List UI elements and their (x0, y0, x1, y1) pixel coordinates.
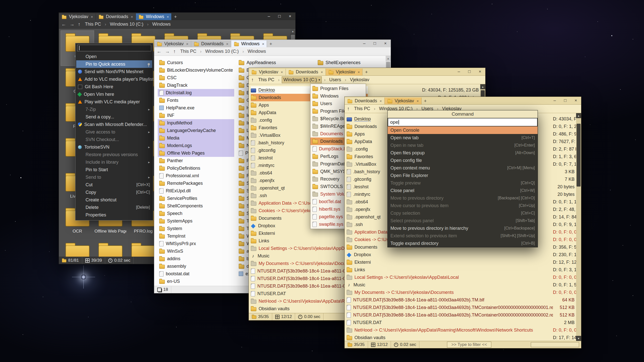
tab-windows[interactable]: Windows× (231, 40, 267, 47)
menu-item-delete[interactable]: Delete[Delete] (76, 204, 152, 211)
back-button[interactable]: ← (157, 49, 162, 54)
file-row-winsxs[interactable]: WinSxS (158, 247, 234, 255)
tab-close-icon[interactable]: × (358, 70, 360, 74)
menu-item-pin-to-quick-access[interactable]: Pin to Quick access (76, 60, 152, 68)
scroll-up-button[interactable]: ▲ (290, 29, 295, 34)
scrollbar-thumb[interactable] (577, 124, 581, 187)
file-row-professional-xml[interactable]: Professional.xml (158, 172, 234, 179)
file-row-serviceprofiles[interactable]: ServiceProfiles (158, 195, 234, 202)
breadcrumb-item-windows-10-c[interactable]: Windows 10 (C:) (204, 48, 240, 55)
file-row-wmsyspr9-prx[interactable]: WMSysPr9.prx (158, 240, 234, 247)
file-row-ntuser-dat-53b39e88-18c4-11ea-a811-000d3aa4692b-tmcontainer00000000000000000001-regtrans-ms[interactable]: NTUSER.DAT{53b39e88-18c4-11ea-a811-000d3… (345, 304, 581, 311)
file-row-dtcinstall-log[interactable]: DtcInstall.log (158, 89, 234, 97)
fwd-button[interactable]: → (165, 49, 170, 54)
file-row-system[interactable]: System (158, 225, 234, 232)
up-button[interactable]: ↑ (347, 106, 350, 112)
scrollbar-track[interactable] (576, 118, 581, 336)
menu-item-tortoisesvn[interactable]: TortoiseSVN▸ (76, 143, 152, 151)
tab-windows[interactable]: Windows× (136, 13, 172, 20)
fwd-button[interactable]: → (70, 22, 74, 27)
menu-item-copy[interactable]: Copy[Ctrl+C] (76, 189, 152, 196)
menu-item-add-to-vlc-media-player-s-playlist[interactable]: Add to VLC media player's Playlist (76, 75, 152, 83)
type-to-filter-hint[interactable]: >> Type to filter << (447, 342, 491, 348)
up-button[interactable]: ↑ (78, 22, 80, 27)
file-row-languageoverlaycache[interactable]: LanguageOverlayCache (158, 127, 234, 134)
menu-item-send-to[interactable]: Send to▸ (76, 173, 152, 181)
file-row-local[interactable]: Local Settings -> C:\Users\Vjekoslav\App… (345, 274, 581, 281)
tab-close-icon[interactable]: × (167, 15, 169, 19)
tab-downloads[interactable]: Downloads× (191, 40, 231, 47)
command-palette-input[interactable]: ope (388, 118, 537, 126)
menu-item-properties[interactable]: Properties (76, 211, 152, 219)
menu-item-restore-previous-versions[interactable]: Restore previous versions (76, 151, 152, 158)
maximize-button[interactable]: □ (274, 13, 285, 20)
file-row-obsidian[interactable]: Obsidian vaultsD: 17, F: 149, 38 MB (345, 334, 581, 341)
command-item-extend-selection-to-previous-item[interactable]: Extend selection to previous item[Shift+… (388, 232, 538, 240)
file-row-media[interactable]: Media (158, 134, 234, 142)
breadcrumb-item-windows-10-c[interactable]: Windows 10 (C:) (108, 21, 145, 27)
command-item-copy-selection[interactable]: Copy selection[Ctrl+C] (388, 209, 538, 217)
tab-downloads[interactable]: Downloads× (286, 69, 326, 75)
file-row-panther[interactable]: Panther (158, 157, 234, 164)
command-item-move-to-previous-directory[interactable]: Move to previous directory[Backspace] [C… (388, 194, 538, 202)
menu-item-7-zip[interactable]: 7-Zip▸ (76, 106, 152, 113)
menu-item-include-in-library[interactable]: Include in library▸ (76, 158, 152, 166)
folder-cell[interactable] (61, 240, 94, 257)
tab-close-icon[interactable]: × (321, 70, 323, 74)
menu-item-scan-with-microsoft-defender[interactable]: Scan with Microsoft Defender... (76, 121, 152, 128)
tab-vjekoslav[interactable]: Vjekoslav× (154, 40, 191, 47)
file-row-links[interactable]: LinksD: 0, F: 3, 1 KB (345, 266, 581, 274)
file-row-ntuser-dat[interactable]: NTUSER.DAT2 MB (345, 319, 581, 326)
file-row-rtlexupd-dll[interactable]: RtlExUpd.dll (158, 187, 234, 195)
menu-item-create-shortcut[interactable]: Create shortcut (76, 196, 152, 204)
close-button[interactable]: × (285, 13, 295, 20)
menu-item-give-access-to[interactable]: Give access to▸ (76, 128, 152, 136)
file-row-tempinst[interactable]: TempInst (158, 232, 234, 240)
breadcrumb-item-windows[interactable]: Windows (151, 21, 172, 27)
breadcrumb-item-users[interactable]: Users (328, 77, 343, 83)
breadcrumb-item-this-pc[interactable]: This PC (353, 106, 372, 112)
breadcrumb-item-windows[interactable]: Windows (246, 48, 267, 55)
file-row-inputmethod[interactable]: InputMethod (158, 119, 234, 127)
tab-close-icon[interactable]: × (226, 42, 228, 46)
file-row-bitlockerdiscoveryvolumecontents[interactable]: BitLockerDiscoveryVolumeContents (158, 66, 234, 74)
command-item-toggle-expand-directory[interactable]: Toggle expand directory[Ctrl+B] (388, 240, 538, 247)
file-row-diagtrack[interactable]: DiagTrack (158, 81, 234, 89)
menu-search-box[interactable] (77, 45, 151, 51)
tab-vjekoslav[interactable]: Vjekoslav× (385, 98, 422, 104)
file-row-inf[interactable]: INF (158, 112, 234, 119)
breadcrumb-item-this-pc[interactable]: This PC (179, 48, 198, 55)
file-row-dropbox[interactable]: DropboxD: 230, F: 1043, 46 GB (345, 251, 581, 258)
maximize-button[interactable]: □ (464, 68, 475, 75)
close-button[interactable]: × (380, 40, 391, 47)
file-row-desktop[interactable]: DesktopD: 43034, F: 125185, 23 GB (249, 86, 485, 94)
minimize-button[interactable]: – (359, 40, 370, 47)
file-row-fonts[interactable]: Fonts (158, 97, 234, 104)
breadcrumb-item-this-pc[interactable]: This PC (84, 21, 103, 27)
file-row-systemapps[interactable]: SystemApps (158, 217, 234, 225)
dropdown-item-program-files[interactable]: Program Files (310, 85, 366, 92)
file-row-eksterni[interactable]: EksterniD: 12, F: 127, 12 GB (345, 258, 581, 266)
file-row-cursors[interactable]: Cursors (158, 59, 234, 66)
maximize-button[interactable]: □ (370, 40, 380, 47)
close-button[interactable]: × (475, 68, 485, 75)
file-row-addins[interactable]: addins (158, 255, 234, 262)
menu-item-send-with-nordvpn-meshnet[interactable]: Send with NordVPN Meshnet (76, 68, 152, 75)
file-row-csc[interactable]: CSC (158, 74, 234, 81)
scroll-up-button[interactable]: ▲ (576, 113, 581, 118)
file-row-policydefinitions[interactable]: PolicyDefinitions (158, 164, 234, 172)
command-item-open-context-menu[interactable]: Open context menu[Ctrl+M] [Menu] (388, 164, 538, 172)
command-item-open-in-new-tab[interactable]: Open in new tab[Ctrl+Enter] (388, 142, 538, 149)
menu-item-send-a-copy[interactable]: Send a copy... (76, 113, 152, 121)
breadcrumb-item-this-pc[interactable]: This PC (257, 77, 276, 83)
new-tab-button[interactable]: + (422, 98, 429, 104)
file-row-en-us[interactable]: en-US (158, 278, 234, 285)
file-row-ntuser-dat-53b39e88-18c4-11ea-a811-000d3aa4692b-tmcontainer00000000000000000002-regtrans-ms[interactable]: NTUSER.DAT{53b39e88-18c4-11ea-a811-000d3… (345, 311, 581, 319)
scroll-down-button[interactable]: ▼ (576, 336, 581, 341)
file-row-my[interactable]: My Documents -> C:\Users\Vjekoslav\Docum… (345, 289, 581, 296)
tab-close-icon[interactable]: × (380, 99, 382, 103)
file-row-shellexperiences[interactable]: ShellExperiences (316, 59, 391, 66)
file-row-remotepackages[interactable]: RemotePackages (158, 179, 234, 187)
tab-close-icon[interactable]: × (262, 42, 264, 46)
command-item-open-file-explorer[interactable]: Open File Explorer (388, 172, 538, 179)
